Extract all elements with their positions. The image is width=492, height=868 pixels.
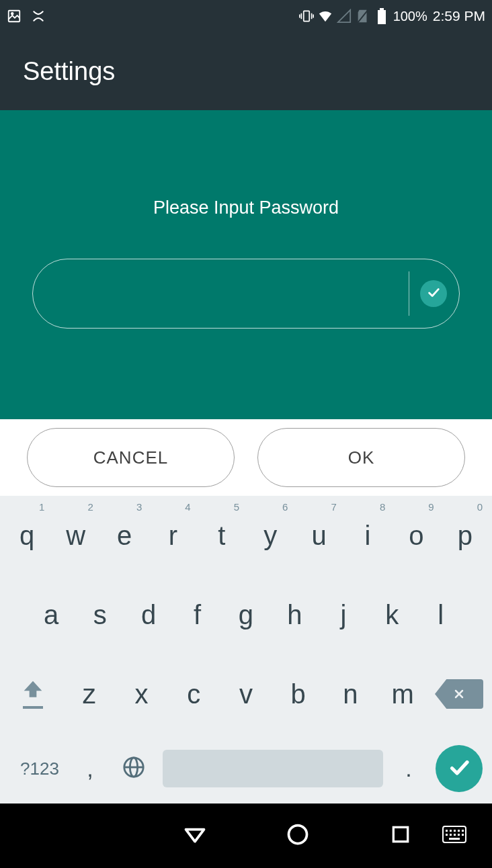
square-icon: [390, 824, 411, 848]
cancel-button[interactable]: CANCEL: [27, 428, 235, 487]
period-key[interactable]: .: [388, 756, 429, 782]
svg-rect-18: [454, 830, 456, 832]
comma-key[interactable]: ,: [70, 756, 110, 782]
password-input[interactable]: [57, 283, 402, 304]
key-v[interactable]: v: [220, 679, 272, 709]
gallery-icon: [7, 9, 22, 24]
svg-point-13: [288, 826, 306, 844]
svg-rect-9: [380, 8, 384, 10]
svg-rect-25: [462, 834, 464, 836]
key-hint: 1: [39, 501, 44, 513]
key-hint: 3: [136, 501, 142, 513]
symbols-key[interactable]: ?123: [9, 758, 70, 779]
key-l[interactable]: l: [417, 575, 465, 654]
language-key[interactable]: [110, 756, 157, 781]
svg-rect-8: [378, 10, 386, 24]
key-hint: 8: [380, 501, 385, 513]
shift-key[interactable]: [3, 654, 63, 734]
key-w[interactable]: w2: [51, 496, 99, 575]
password-field-container: [32, 259, 460, 329]
key-hint: 0: [477, 501, 483, 513]
key-u[interactable]: u7: [294, 496, 343, 575]
status-right: 100% 2:59 PM: [299, 8, 485, 24]
enter-key[interactable]: [436, 745, 483, 792]
circle-icon: [286, 822, 310, 849]
password-dialog: Please Input Password: [0, 110, 492, 419]
key-z[interactable]: z: [63, 679, 116, 709]
key-hint: 6: [282, 501, 288, 513]
key-hint: 2: [87, 501, 93, 513]
key-n[interactable]: n: [325, 679, 377, 709]
globe-icon: [122, 756, 145, 781]
svg-point-1: [11, 13, 13, 15]
check-icon: [426, 285, 441, 302]
back-button[interactable]: [175, 822, 215, 849]
confirm-password-button[interactable]: [420, 280, 447, 307]
key-m[interactable]: m: [376, 679, 429, 709]
key-h[interactable]: h: [270, 575, 319, 654]
ok-button[interactable]: OK: [257, 428, 465, 487]
svg-rect-14: [393, 827, 407, 841]
status-left: [7, 9, 46, 24]
shift-icon: [21, 679, 45, 703]
check-icon: [447, 755, 471, 782]
svg-rect-21: [446, 834, 448, 836]
key-c[interactable]: c: [167, 679, 220, 709]
button-row: CANCEL OK: [0, 419, 492, 496]
home-button[interactable]: [278, 822, 318, 849]
key-b[interactable]: b: [272, 679, 325, 709]
key-e[interactable]: e3: [100, 496, 149, 575]
keyboard-row-2: asdfghjkl: [3, 575, 489, 654]
vibrate-icon: [299, 9, 314, 24]
shift-underline: [23, 706, 43, 709]
svg-rect-24: [458, 834, 460, 836]
keyboard-toggle-button[interactable]: [434, 825, 475, 847]
key-j[interactable]: j: [319, 575, 368, 654]
svg-rect-19: [458, 830, 460, 832]
key-hint: 5: [234, 501, 239, 513]
svg-rect-23: [454, 834, 456, 836]
keyboard-row-4: ?123 , .: [3, 734, 489, 804]
backspace-icon: [435, 679, 483, 709]
keyboard-row-3-letters: zxcvbnm: [63, 679, 429, 709]
svg-rect-16: [446, 830, 448, 832]
key-r[interactable]: r4: [149, 496, 197, 575]
prompt-label: Please Input Password: [153, 198, 339, 218]
key-hint: 9: [428, 501, 434, 513]
backspace-key[interactable]: [429, 654, 489, 734]
key-y[interactable]: y6: [246, 496, 294, 575]
key-q[interactable]: q1: [3, 496, 51, 575]
key-o[interactable]: o9: [392, 496, 440, 575]
key-f[interactable]: f: [173, 575, 221, 654]
key-x[interactable]: x: [116, 679, 168, 709]
status-bar: 100% 2:59 PM: [0, 0, 492, 32]
key-p[interactable]: p0: [441, 496, 489, 575]
key-g[interactable]: g: [222, 575, 270, 654]
triangle-down-icon: [183, 822, 207, 849]
key-hint: 7: [331, 501, 337, 513]
key-t[interactable]: t5: [198, 496, 246, 575]
no-sim-icon: [356, 9, 370, 24]
key-i[interactable]: i8: [343, 496, 392, 575]
cross-icon: [31, 9, 46, 24]
key-d[interactable]: d: [124, 575, 173, 654]
svg-rect-22: [450, 834, 452, 836]
keyboard-row-1: q1w2e3r4t5y6u7i8o9p0: [3, 496, 489, 575]
key-k[interactable]: k: [368, 575, 416, 654]
key-s[interactable]: s: [75, 575, 124, 654]
input-divider: [409, 271, 410, 316]
key-hint: 4: [185, 501, 190, 513]
keyboard-row-3: zxcvbnm: [3, 654, 489, 734]
page-title: Settings: [23, 57, 115, 86]
battery-percentage: 100%: [393, 9, 427, 24]
key-a[interactable]: a: [27, 575, 75, 654]
soft-keyboard: q1w2e3r4t5y6u7i8o9p0 asdfghjkl zxcvbnm ?…: [0, 496, 492, 804]
keyboard-icon: [442, 825, 466, 847]
app-bar: Settings: [0, 32, 492, 110]
svg-rect-20: [462, 830, 464, 832]
wifi-icon: [318, 9, 333, 24]
svg-rect-26: [449, 838, 460, 840]
spacebar-key[interactable]: [163, 750, 383, 787]
recents-button[interactable]: [380, 824, 421, 848]
svg-rect-17: [450, 830, 452, 832]
